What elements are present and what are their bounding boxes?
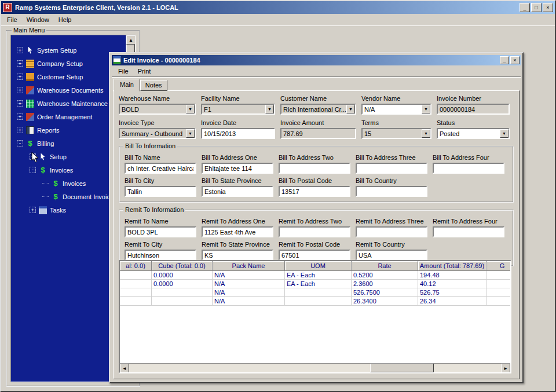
expand-icon[interactable]: + — [17, 74, 23, 80]
minimize-button[interactable]: _ — [520, 3, 530, 12]
grid-header-cell[interactable]: al: 0.0) — [120, 261, 152, 271]
grid-cell[interactable] — [487, 280, 511, 288]
vendor-name-combo[interactable]: N/A ▼ — [361, 104, 431, 115]
scroll-up-button[interactable]: ▲ — [126, 35, 136, 45]
table-row[interactable]: 0.0000 N/A EA - Each 0.5200 194.48 — [120, 271, 510, 280]
dialog-titlebar[interactable]: Edit Invoice - 0000000184 _ × — [112, 55, 521, 65]
bill-to-address-two-field[interactable] — [279, 163, 350, 174]
expand-icon[interactable]: + — [17, 60, 23, 67]
table-row[interactable]: N/A 526.7500 526.75 — [120, 288, 510, 297]
remit-to-address-one-field[interactable] — [202, 226, 273, 237]
tab-notes[interactable]: Notes — [140, 80, 167, 91]
dialog-menu-file[interactable]: File — [114, 66, 133, 76]
grid-cell[interactable] — [487, 297, 511, 306]
invoice-amount-field[interactable] — [280, 128, 356, 139]
collapse-icon[interactable]: - — [30, 167, 36, 173]
bill-to-country-field[interactable] — [356, 186, 427, 197]
remit-to-country-field[interactable] — [356, 250, 427, 261]
customer-name-combo[interactable]: Rich International Cr... ▼ — [280, 104, 356, 115]
chevron-down-icon[interactable]: ▼ — [500, 129, 509, 138]
invoice-date-field[interactable] — [201, 128, 275, 139]
remit-to-address-three-field[interactable] — [356, 226, 427, 237]
menu-help[interactable]: Help — [54, 14, 76, 25]
bill-to-address-four-field[interactable] — [433, 163, 504, 174]
grid-cell[interactable] — [487, 288, 511, 297]
grid-cell[interactable]: 0.0000 — [152, 271, 213, 280]
grid-cell[interactable] — [152, 288, 213, 297]
scroll-left-button[interactable]: ◄ — [120, 364, 129, 373]
grid-cell[interactable] — [120, 297, 152, 306]
grid-cell[interactable]: EA - Each — [285, 280, 352, 288]
menu-window[interactable]: Window — [22, 14, 54, 25]
grid-cell[interactable]: EA - Each — [285, 271, 352, 280]
grid-cell[interactable]: 26.34 — [418, 297, 487, 306]
chevron-down-icon[interactable]: ▼ — [346, 105, 355, 113]
bill-to-address-one-field[interactable] — [202, 163, 273, 174]
grid-header-cell[interactable]: G — [487, 261, 511, 271]
grid-cell[interactable]: N/A — [213, 297, 285, 306]
chevron-down-icon[interactable]: ▼ — [186, 105, 195, 113]
close-button[interactable]: × — [543, 3, 553, 12]
remit-to-address-two-field[interactable] — [279, 226, 350, 237]
bill-to-postal-code-field[interactable] — [279, 186, 350, 197]
bill-to-name-field[interactable] — [125, 163, 196, 174]
chevron-down-icon[interactable]: ▼ — [422, 105, 430, 113]
dialog-close-button[interactable]: × — [510, 56, 520, 64]
expand-icon[interactable]: + — [30, 207, 36, 213]
grid-cell[interactable] — [120, 288, 152, 297]
status-combo[interactable]: Posted ▼ — [437, 128, 510, 139]
expand-icon[interactable]: + — [17, 113, 23, 120]
bill-to-state-province-field[interactable] — [202, 186, 273, 197]
grid-cell[interactable]: N/A — [213, 288, 285, 297]
grid-cell[interactable]: 40.12 — [418, 280, 487, 288]
table-row[interactable]: 0.0000 N/A EA - Each 2.3600 40.12 — [120, 280, 510, 288]
grid-cell[interactable] — [120, 280, 152, 288]
grid-cell[interactable]: 194.48 — [418, 271, 487, 280]
chevron-down-icon[interactable]: ▼ — [422, 129, 430, 138]
grid-header-cell[interactable]: Rate — [352, 261, 418, 271]
grid-cell[interactable]: N/A — [213, 280, 285, 288]
app-titlebar[interactable]: R Ramp Systems Enterprise Client, Versio… — [1, 1, 555, 14]
warehouse-name-combo[interactable]: BOLD ▼ — [119, 104, 196, 115]
grid-cell[interactable] — [285, 297, 352, 306]
grid-cell[interactable]: 526.75 — [418, 288, 487, 297]
table-row[interactable]: N/A 26.3400 26.34 — [120, 297, 510, 306]
grid-cell[interactable]: N/A — [213, 271, 285, 280]
facility-name-combo[interactable]: F1 ▼ — [201, 104, 275, 115]
bill-to-city-field[interactable] — [125, 186, 196, 197]
collapse-icon[interactable]: - — [17, 140, 23, 146]
dialog-minimize-button[interactable]: _ — [500, 56, 509, 64]
scrollbar-track[interactable] — [129, 364, 501, 372]
grid-cell[interactable]: 26.3400 — [352, 297, 418, 306]
grid-cell[interactable] — [120, 271, 152, 280]
bill-to-address-three-field[interactable] — [356, 163, 427, 174]
grid-header-cell[interactable]: Cube (Total: 0.0) — [152, 261, 213, 271]
remit-to-postal-code-field[interactable] — [279, 250, 350, 261]
grid-header-cell[interactable]: Pack Name — [213, 261, 285, 271]
maximize-button[interactable]: □ — [531, 3, 542, 12]
expand-icon[interactable]: + — [17, 127, 23, 133]
remit-to-state-province-field[interactable] — [202, 250, 273, 261]
grid-cell[interactable]: 2.3600 — [352, 280, 418, 288]
expand-icon[interactable]: + — [17, 87, 23, 93]
expand-icon[interactable]: + — [17, 100, 23, 107]
invoice-type-combo[interactable]: Summary - Outbound ▼ — [119, 128, 196, 139]
scrollbar-thumb[interactable] — [370, 364, 434, 372]
remit-to-name-field[interactable] — [125, 226, 196, 237]
terms-combo[interactable]: 15 ▼ — [361, 128, 431, 139]
remit-to-address-four-field[interactable] — [433, 226, 504, 237]
grid-cell[interactable]: 0.0000 — [152, 280, 213, 288]
grid-cell[interactable] — [152, 297, 213, 306]
scroll-right-button[interactable]: ► — [501, 364, 510, 373]
grid-cell[interactable]: 526.7500 — [352, 288, 418, 297]
remit-to-city-field[interactable] — [125, 250, 196, 261]
tab-main[interactable]: Main — [114, 79, 140, 91]
grid-cell[interactable]: 0.5200 — [352, 271, 418, 280]
grid-cell[interactable] — [285, 288, 352, 297]
chevron-down-icon[interactable]: ▼ — [186, 129, 195, 138]
invoice-number-field[interactable] — [437, 104, 510, 115]
chevron-down-icon[interactable]: ▼ — [265, 105, 274, 113]
expand-icon[interactable]: + — [17, 47, 23, 53]
grid-header-cell[interactable]: Amount (Total: 787.69) — [418, 261, 487, 271]
dialog-menu-print[interactable]: Print — [133, 66, 156, 76]
